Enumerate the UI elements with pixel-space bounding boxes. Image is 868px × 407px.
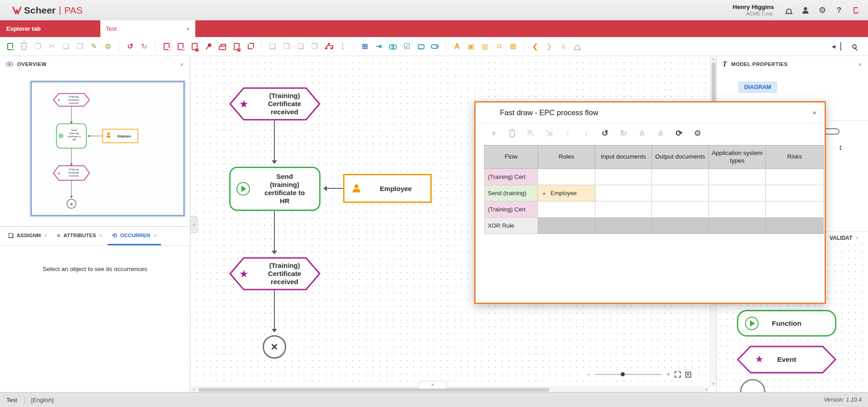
delete-row-icon[interactable] [507, 128, 518, 139]
align-icon[interactable]: ⇥ [373, 41, 384, 52]
table-cell[interactable] [709, 185, 766, 201]
palette-function-item[interactable]: Function [737, 310, 836, 337]
bottom-panel-expander[interactable] [418, 381, 447, 388]
scroll-up-arrow[interactable] [710, 57, 716, 61]
more-options-icon[interactable]: ⋮ [337, 41, 348, 52]
fit-to-screen-icon[interactable] [685, 372, 691, 378]
settings-gear-icon[interactable]: ⚙ [817, 5, 827, 15]
palette-rule-item[interactable] [740, 379, 765, 392]
tab-close-icon[interactable]: × [99, 233, 102, 238]
flow-cell[interactable]: (Training) Cert [485, 169, 538, 185]
horizontal-scrollbar-thumb[interactable] [198, 388, 549, 392]
undo-icon[interactable]: ↺ [125, 41, 136, 52]
fastdraw-close-icon[interactable]: × [812, 109, 816, 117]
duplicate-icon[interactable]: ❐ [33, 41, 43, 52]
roles-cell[interactable] [538, 169, 595, 185]
crop-icon[interactable] [245, 41, 256, 52]
function-node[interactable]: Send (training) certificate to HR [229, 167, 321, 211]
tab-close-icon[interactable]: × [855, 235, 858, 241]
table-cell[interactable] [595, 169, 652, 185]
model-properties-close-icon[interactable]: × [858, 61, 862, 68]
navigate-forward-icon[interactable]: ❯ [544, 41, 555, 52]
roles-cell[interactable] [538, 218, 595, 234]
collapse-right-panel-icon[interactable]: ◂▕ [831, 41, 842, 52]
checkbox-icon[interactable]: ☑ [401, 41, 412, 52]
tab-assignments[interactable]: ❏ ASSIGNM × [4, 227, 52, 245]
table-cell[interactable] [652, 185, 709, 201]
tab-close-icon[interactable]: × [153, 233, 156, 238]
table-cell[interactable] [652, 201, 709, 218]
tab-occurrences[interactable]: ⟲ OCCURREN × [108, 227, 161, 245]
tab-explorer[interactable]: Explorer tab [0, 20, 100, 37]
event-node-bottom[interactable]: ★ (Training) Certificate received [229, 257, 321, 290]
fullscreen-icon[interactable] [675, 371, 681, 378]
undo-icon[interactable]: ↺ [599, 128, 610, 139]
merge-icon[interactable]: ⋔ [655, 128, 666, 139]
notifications-icon[interactable] [572, 41, 583, 52]
event-node-top[interactable]: ★ (Training) Certificate received [229, 87, 321, 121]
move-row-down-icon[interactable]: ↓ [581, 128, 592, 139]
add-to-group-icon[interactable]: ❑ [295, 41, 306, 52]
stepper-down-icon[interactable]: ▾ [840, 148, 842, 151]
table-cell[interactable] [766, 169, 824, 185]
find-objects-icon[interactable] [387, 41, 398, 52]
remove-from-group-icon[interactable]: ❒ [309, 41, 320, 52]
table-cell[interactable] [766, 218, 824, 234]
delete-icon[interactable] [19, 41, 29, 52]
fastdraw-dialog[interactable]: Fast draw - EPC process flow × +⇱⇲↑↓↺↻⋔⋔… [474, 101, 826, 304]
table-cell[interactable] [652, 218, 709, 234]
notifications-icon[interactable] [784, 5, 794, 15]
tab-test[interactable]: Test × [100, 20, 195, 37]
paste-icon[interactable]: ❒ [75, 41, 85, 52]
table-cell[interactable] [709, 201, 766, 218]
updown-stepper[interactable]: ▴ ▾ [840, 145, 842, 151]
image-icon[interactable]: ▣ [466, 41, 476, 52]
export-document-icon[interactable]: ↓ [161, 41, 172, 52]
table-cell[interactable] [595, 185, 652, 201]
dots-grid-icon[interactable] [494, 41, 505, 52]
flow-cell[interactable]: XOR Rule [485, 218, 538, 234]
edit-icon[interactable]: ✎ [89, 41, 99, 52]
toggle-icon[interactable] [429, 41, 440, 52]
insert-row-above-icon[interactable]: ⇱ [525, 128, 536, 139]
table-cell[interactable] [595, 218, 652, 234]
branch-icon[interactable]: ⋔ [637, 128, 647, 139]
pin-icon[interactable] [203, 41, 214, 52]
zoom-slider-thumb[interactable] [621, 372, 625, 376]
table-cell[interactable] [709, 169, 766, 185]
diagram-button[interactable]: DIAGRAM [738, 81, 777, 93]
roles-cell[interactable]: ●Employee [538, 185, 595, 201]
scroll-left-arrow[interactable] [191, 388, 196, 391]
org-chart-icon[interactable] [323, 41, 334, 52]
grid-view-icon[interactable]: ⊞ [359, 41, 370, 52]
comment-icon[interactable] [415, 41, 426, 52]
zoom-out-icon[interactable]: − [587, 371, 590, 378]
search-icon[interactable] [849, 41, 860, 52]
table-cell[interactable] [652, 169, 709, 185]
role-node[interactable]: Employee [343, 174, 432, 203]
fastdraw-titlebar[interactable]: Fast draw - EPC process flow × [476, 103, 825, 123]
navigate-up-icon[interactable]: ∧ [558, 41, 569, 52]
columns-icon[interactable]: ▥ [480, 41, 491, 52]
refresh-icon[interactable]: ⟳ [674, 128, 684, 139]
cut-icon[interactable]: ✂ [47, 41, 57, 52]
palette-event-item[interactable]: ★ Event [737, 346, 836, 374]
overview-minimap[interactable]: ★ (Training) Certificate received Send (… [30, 80, 185, 217]
logout-icon[interactable] [851, 5, 861, 15]
table-cell[interactable] [595, 201, 652, 218]
table-cell[interactable] [766, 185, 824, 201]
image-export-icon[interactable]: ▣ [189, 41, 200, 52]
roles-cell[interactable] [538, 201, 595, 218]
print-icon[interactable] [217, 41, 228, 52]
tab-attributes[interactable]: ≡ ATTRIBUTES × [52, 227, 107, 245]
table-cell[interactable] [766, 201, 824, 218]
table-icon[interactable]: ⊞ [508, 41, 519, 52]
add-row-icon[interactable]: + [488, 128, 499, 139]
copy-icon[interactable]: ❏ [61, 41, 71, 52]
viewport-rect[interactable] [31, 82, 184, 215]
navigate-back-icon[interactable]: ❮ [530, 41, 541, 52]
zoom-slider[interactable] [594, 374, 662, 375]
left-panel-collapse-handle[interactable]: ‹ [190, 216, 198, 233]
pdf-document-icon[interactable]: ▤ [231, 41, 242, 52]
zoom-in-icon[interactable]: + [667, 371, 670, 378]
